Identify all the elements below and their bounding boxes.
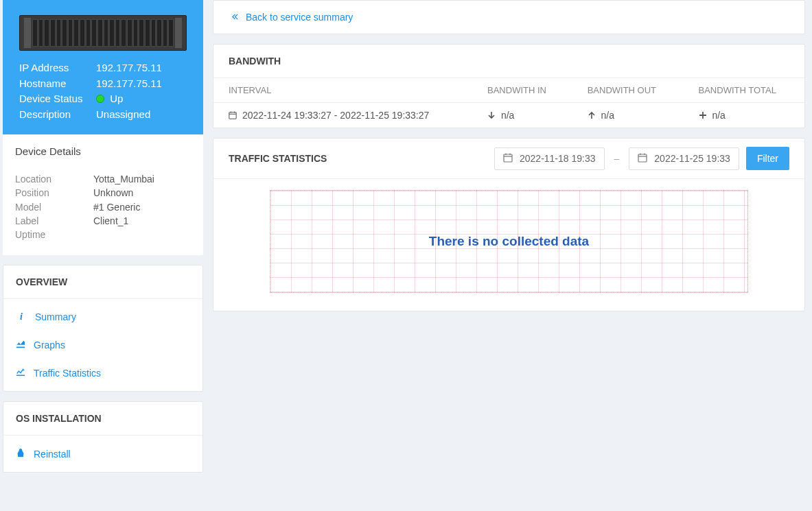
area-chart-icon — [16, 339, 25, 350]
info-icon: i — [16, 311, 27, 322]
detail-position-value: Unknown — [93, 186, 133, 200]
device-ip-row: IP Address 192.177.75.11 — [19, 60, 187, 76]
bw-col-total: BANDWITH TOTAL — [684, 78, 804, 103]
plus-icon — [699, 110, 712, 121]
traffic-stats-title: TRAFFIC STATISTICS — [229, 153, 487, 164]
line-chart-icon — [16, 367, 25, 379]
detail-label-label: Label — [15, 214, 93, 228]
date-from-value: 2022-11-18 19:33 — [520, 153, 596, 164]
date-to-value: 2022-11-25 19:33 — [654, 153, 730, 164]
detail-label-value: Client_1 — [93, 214, 128, 228]
detail-uptime-label: Uptime — [15, 228, 93, 241]
nav-reinstall-label: Reinstall — [34, 449, 71, 460]
bw-col-in: BANDWITH IN — [472, 78, 572, 103]
table-row: 2022-11-24 19:33:27 - 2022-11-25 19:33:2… — [213, 103, 804, 128]
overview-title: OVERVIEW — [3, 265, 202, 299]
nav-reinstall[interactable]: Reinstall — [3, 440, 202, 468]
overview-panel: OVERVIEW i Summary Graphs Traffic Stat — [3, 265, 203, 392]
detail-model-value: #1 Generic — [93, 200, 140, 214]
bandwidth-panel: BANDWITH INTERVAL BANDWITH IN BANDWITH O… — [213, 44, 805, 128]
linux-icon — [16, 448, 25, 460]
back-link-label: Back to service summary — [246, 12, 353, 23]
device-status-label: Device Status — [19, 91, 96, 107]
filter-button[interactable]: Filter — [746, 147, 789, 170]
nav-traffic-label: Traffic Statistics — [34, 368, 101, 379]
osinstall-panel: OS INSTALLATION Reinstall — [3, 401, 203, 473]
calendar-icon — [229, 110, 242, 121]
nav-traffic[interactable]: Traffic Statistics — [3, 359, 202, 387]
calendar-icon — [503, 153, 513, 165]
svg-rect-4 — [504, 154, 512, 162]
svg-rect-0 — [229, 112, 236, 119]
chart-empty-message: There is no collected data — [270, 191, 747, 292]
nav-summary[interactable]: i Summary — [3, 303, 202, 331]
device-hostname-value: 192.177.75.11 — [96, 76, 162, 92]
detail-position-label: Position — [15, 186, 93, 200]
back-to-summary-link[interactable]: Back to service summary — [213, 0, 805, 34]
traffic-stats-panel: TRAFFIC STATISTICS 2022-11-18 19:33 – 20… — [213, 138, 805, 311]
chevron-double-left-icon — [231, 12, 239, 23]
device-hostname-row: Hostname 192.177.75.11 — [19, 76, 187, 92]
bw-total-value: n/a — [712, 110, 725, 121]
bandwidth-title: BANDWITH — [213, 45, 804, 78]
bw-interval-value: 2022-11-24 19:33:27 - 2022-11-25 19:33:2… — [242, 110, 429, 121]
device-ip-value: 192.177.75.11 — [96, 60, 162, 76]
arrow-up-icon — [588, 110, 601, 121]
device-status-value: Up — [110, 93, 123, 104]
bw-out-value: n/a — [601, 110, 614, 121]
device-desc-value: Unassigned — [96, 107, 150, 123]
device-ip-label: IP Address — [19, 60, 96, 76]
arrow-down-icon — [487, 110, 501, 121]
device-status-row: Device Status Up — [19, 91, 187, 107]
detail-model-label: Model — [15, 200, 93, 214]
nav-graphs[interactable]: Graphs — [3, 331, 202, 359]
server-bezel-image — [19, 15, 187, 51]
bw-col-out: BANDWITH OUT — [572, 78, 684, 103]
date-from-input[interactable]: 2022-11-18 19:33 — [494, 147, 605, 170]
date-to-input[interactable]: 2022-11-25 19:33 — [629, 147, 739, 170]
date-range-separator: – — [612, 153, 623, 164]
detail-location-value: Yotta_Mumbai — [93, 172, 154, 186]
device-desc-row: Description Unassigned — [19, 107, 187, 123]
bw-in-value: n/a — [501, 110, 514, 121]
svg-rect-8 — [638, 154, 647, 162]
calendar-icon — [638, 153, 647, 165]
status-up-icon — [96, 95, 104, 103]
device-details-panel: Device Details LocationYotta_Mumbai Posi… — [3, 134, 203, 255]
osinstall-title: OS INSTALLATION — [3, 402, 202, 436]
detail-location-label: Location — [15, 172, 93, 186]
device-details-title: Device Details — [15, 145, 191, 157]
traffic-chart: There is no collected data — [270, 190, 748, 293]
device-desc-label: Description — [19, 107, 96, 123]
nav-graphs-label: Graphs — [34, 340, 65, 350]
device-card: IP Address 192.177.75.11 Hostname 192.17… — [3, 0, 203, 134]
nav-summary-label: Summary — [35, 311, 76, 322]
device-hostname-label: Hostname — [19, 76, 96, 92]
bw-col-interval: INTERVAL — [213, 78, 472, 103]
